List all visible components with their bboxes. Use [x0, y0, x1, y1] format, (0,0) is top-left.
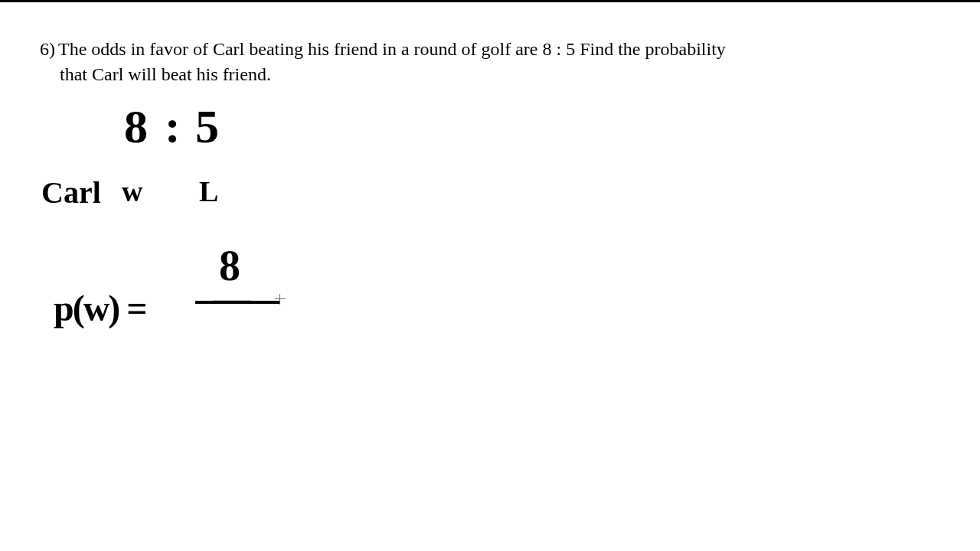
label-carl: Carl: [41, 174, 101, 210]
fraction-numerator: 8: [219, 241, 240, 290]
problem-text-line2: that Carl will beat his friend.: [60, 64, 934, 85]
odds-left: 8: [124, 99, 148, 154]
fraction-line: [195, 301, 279, 304]
problem-number: 6): [40, 39, 55, 59]
problem-text-line1: The odds in favor of Carl beating his fr…: [58, 39, 726, 59]
handwriting-area: 8 : 5 Carl w L p(w) = 8: [38, 92, 345, 398]
odds-colon: :: [165, 99, 181, 154]
border-top: [0, 0, 980, 2]
label-win: w: [122, 174, 142, 208]
prob-expression: p(w) =: [54, 287, 146, 329]
cursor-icon: [275, 294, 286, 305]
odds-right: 5: [195, 99, 219, 154]
label-lose: L: [199, 174, 218, 208]
problem-statement: 6) The odds in favor of Carl beating his…: [40, 37, 934, 85]
